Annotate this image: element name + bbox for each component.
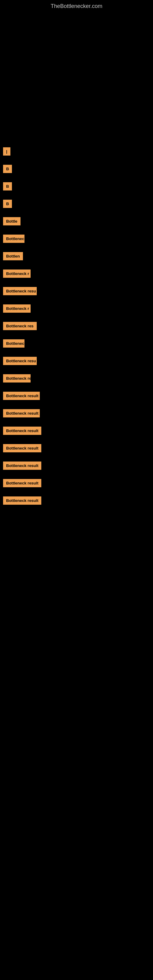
- bottleneck-item-11: Bottleneck res: [3, 322, 150, 330]
- bottleneck-label-15: Bottleneck result: [3, 392, 40, 400]
- bottleneck-item-8: Bottleneck r: [3, 269, 150, 278]
- bottleneck-label-14: Bottleneck re: [3, 374, 30, 382]
- bottleneck-label-19: Bottleneck result: [3, 461, 41, 470]
- bottleneck-item-14: Bottleneck re: [3, 374, 150, 382]
- bottleneck-label-20: Bottleneck result: [3, 479, 41, 487]
- bottleneck-item-20: Bottleneck result: [3, 479, 150, 487]
- bottleneck-label-18: Bottleneck result: [3, 444, 41, 452]
- bottleneck-item-4: B: [3, 200, 150, 208]
- bottleneck-label-4: B: [3, 200, 12, 208]
- bottleneck-item-9: Bottleneck resu: [3, 287, 150, 295]
- bottleneck-label-7: Bottlen: [3, 252, 23, 260]
- bottleneck-item-3: B: [3, 182, 150, 191]
- bottleneck-item-13: Bottleneck resu: [3, 357, 150, 365]
- content-area: |BBBBottleBottleneckBottlenBottleneck rB…: [0, 147, 153, 505]
- bottleneck-label-9: Bottleneck resu: [3, 287, 37, 295]
- bottleneck-item-2: B: [3, 165, 150, 173]
- bottleneck-item-1: |: [3, 147, 150, 156]
- site-title: TheBottlenecker.com: [0, 0, 153, 13]
- bottleneck-item-16: Bottleneck result: [3, 409, 150, 417]
- bottleneck-label-16: Bottleneck result: [3, 409, 40, 417]
- bottleneck-label-2: B: [3, 165, 12, 173]
- bottleneck-item-7: Bottlen: [3, 252, 150, 260]
- bottleneck-label-10: Bottleneck r: [3, 304, 30, 313]
- bottleneck-label-13: Bottleneck resu: [3, 357, 37, 365]
- bottleneck-item-17: Bottleneck result: [3, 426, 150, 435]
- bottleneck-label-12: Bottleneck: [3, 339, 24, 348]
- bottleneck-label-21: Bottleneck result: [3, 496, 41, 505]
- bottleneck-label-3: B: [3, 182, 12, 191]
- page-wrapper: TheBottlenecker.com |BBBBottleBottleneck…: [0, 0, 153, 505]
- bottleneck-item-12: Bottleneck: [3, 339, 150, 348]
- bottleneck-item-21: Bottleneck result: [3, 496, 150, 505]
- bottleneck-item-15: Bottleneck result: [3, 392, 150, 400]
- bottleneck-item-19: Bottleneck result: [3, 461, 150, 470]
- bottleneck-item-5: Bottle: [3, 217, 150, 225]
- bottleneck-label-6: Bottleneck: [3, 235, 24, 243]
- bottleneck-label-11: Bottleneck res: [3, 322, 37, 330]
- bottleneck-item-6: Bottleneck: [3, 235, 150, 243]
- bottleneck-item-10: Bottleneck r: [3, 304, 150, 313]
- bottleneck-label-1: |: [3, 147, 10, 156]
- bottleneck-item-18: Bottleneck result: [3, 444, 150, 452]
- bottleneck-label-8: Bottleneck r: [3, 269, 30, 278]
- bottleneck-label-17: Bottleneck result: [3, 426, 41, 435]
- bottleneck-label-5: Bottle: [3, 217, 21, 225]
